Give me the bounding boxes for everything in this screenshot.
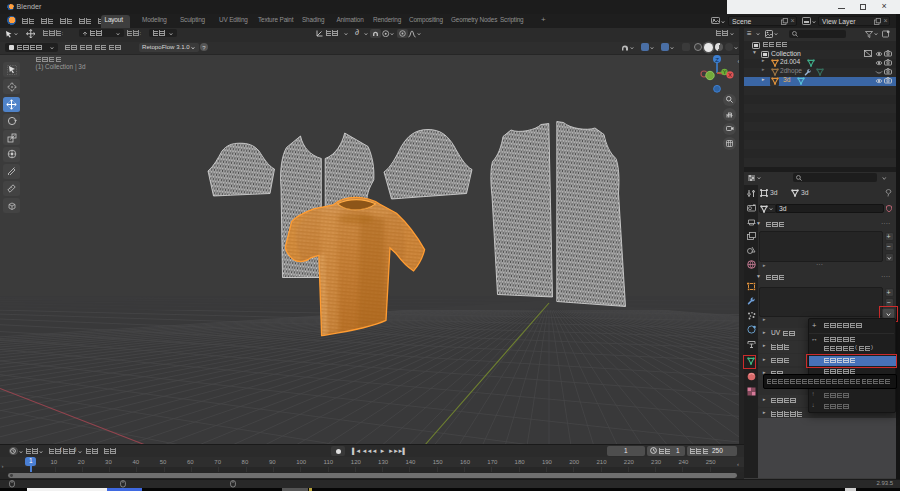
svg-text:Z: Z	[715, 57, 719, 63]
svg-text:X: X	[728, 72, 732, 78]
svg-text:Y: Y	[723, 69, 727, 75]
